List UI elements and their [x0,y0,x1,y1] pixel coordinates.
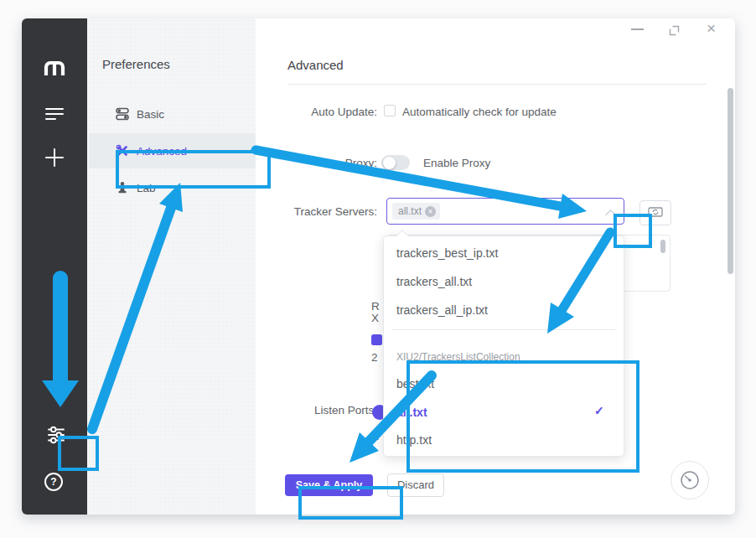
help-icon[interactable]: ? [44,473,63,491]
speedometer-icon [678,468,702,492]
desktop-background: ? Preferences Basic Advanced [0,0,756,538]
maximize-button[interactable] [669,24,680,39]
auto-update-checkbox[interactable] [384,105,396,116]
tracker-servers-label: Tracker Servers: [251,205,377,219]
app-window: ? Preferences Basic Advanced [22,18,735,515]
speed-limit-button[interactable] [671,461,709,499]
minimize-button[interactable] [631,28,644,30]
preferences-title: Preferences [102,57,170,71]
listen-ports-label: Listen Ports: [251,404,377,417]
dropdown-divider [392,329,615,330]
dropdown-item[interactable]: trackers_all.txt [396,275,472,288]
selected-tag: all.txt × [392,203,440,220]
tag-remove-icon[interactable]: × [425,206,436,217]
page-scrollbar[interactable] [728,88,733,274]
clipped-text-fragment: E [371,430,379,442]
motrix-logo-icon [44,59,65,80]
close-button[interactable]: × [707,19,716,38]
annotation-box-settings [58,436,99,471]
toggles-icon [116,107,129,124]
tag-label: all.txt [398,205,422,217]
task-list-icon[interactable] [45,108,64,121]
proxy-toggle-label: Enable Proxy [423,157,490,170]
annotation-box-chevron [614,214,652,248]
clipped-text-fragment: 2 [371,351,378,364]
toggle-knob [383,157,396,169]
heading-divider [287,84,707,85]
proxy-toggle[interactable] [381,155,410,170]
annotation-box-advanced [116,150,271,189]
maximize-icon [669,25,680,36]
page-title: Advanced [287,58,344,72]
auto-update-checkbox-label[interactable]: Automatically check for update [402,106,557,119]
clipped-text-fragment: R [371,300,380,313]
sidebar-item-basic[interactable]: Basic [137,108,164,121]
clipped-checkbox-fragment [371,334,382,345]
dropdown-item[interactable]: trackers_all_ip.txt [396,303,488,317]
textarea-scrollbar[interactable] [660,240,665,253]
auto-update-label: Auto Update: [251,106,377,119]
dropdown-item[interactable]: trackers_best_ip.txt [396,246,498,260]
add-task-icon-bar[interactable] [54,148,55,167]
clipped-text-fragment: X [371,312,379,324]
preferences-panel [87,18,256,515]
tracker-servers-select[interactable]: all.txt × [386,198,624,225]
annotation-box-save [298,486,403,520]
annotation-box-xiu2-group [406,360,639,473]
